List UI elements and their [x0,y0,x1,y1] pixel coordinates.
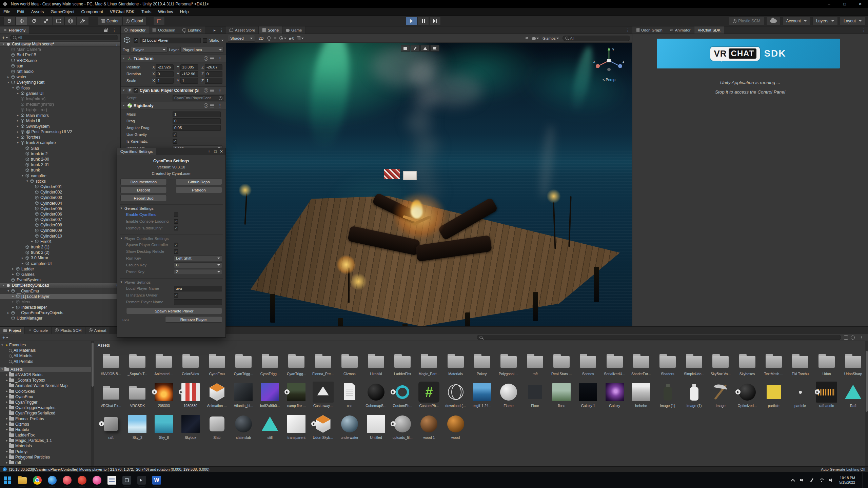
hierarchy-item-cylinder005[interactable]: Cylinder005 [0,206,120,211]
tab-inspector[interactable]: Inspector [121,26,149,34]
asset-item-particle[interactable]: particle [787,381,813,413]
grid-visibility-dropdown[interactable] [297,36,304,40]
expand-arrow-icon[interactable]: ► [11,295,15,298]
folder-hirabiki[interactable]: ►Hirabiki [0,427,94,432]
hierarchy-item-trunk-2-01[interactable]: trunk 2-01 [0,162,120,167]
asset-item-customph-[interactable]: CustomPh... [389,381,416,413]
folder-cyantrigger[interactable]: ►CyanTrigger [0,400,94,405]
setting-checkbox[interactable] [174,243,178,247]
asset-item-shaders[interactable]: Shaders [654,349,681,381]
drag-field[interactable]: 0 [173,118,221,124]
shading-mode-dropdown[interactable]: Shaded [228,35,255,42]
asset-item-wood[interactable]: wood [442,413,469,445]
grid-snap-button[interactable] [153,17,165,25]
asset-item-underwater[interactable]: underwater [336,413,363,445]
expand-arrow-icon[interactable]: ► [16,130,20,134]
is-kinematic-checkbox[interactable] [173,139,177,144]
taskbar-app-red-icon[interactable] [75,472,90,488]
folder-materials[interactable]: Materials [0,443,94,449]
expand-arrow-icon[interactable]: ▼ [16,141,20,144]
help-icon[interactable] [204,88,208,93]
tag-dropdown[interactable]: Player [131,47,167,53]
github-repo-button[interactable]: Github Repo [176,179,222,185]
asset-item-hirabiki[interactable]: Hirabiki [363,349,389,381]
network-icon[interactable] [819,478,824,483]
asset-item-cyantrigg-[interactable]: CyanTrigg... [257,349,283,381]
menu-assets[interactable]: Assets [28,8,47,16]
asset-item-gizmos[interactable]: Gizmos [336,349,363,381]
asset-item-vrchat-ex-[interactable]: VRChat Ex... [98,381,124,413]
taskbar-dark-app-icon[interactable] [119,472,134,488]
account-dropdown[interactable]: Account [783,17,810,25]
hierarchy-item-main-mirrors[interactable]: ►Main mirrors [0,113,120,118]
expand-arrow-icon[interactable]: ▼ [20,174,25,177]
gameobject-name-field[interactable]: [1] Local Player [140,38,201,43]
taskbar-start-icon[interactable] [0,472,15,488]
hierarchy-item-udonmanager[interactable]: UdonManager [0,316,120,321]
play-badge-icon[interactable] [735,389,741,394]
position-y-field[interactable]: 13.385 [180,64,198,70]
hierarchy-item-interacthelper[interactable]: ►InteractHelper [0,305,120,310]
folder-ladderfbx[interactable]: LadderFbx [0,432,94,438]
active-checkbox[interactable] [134,38,138,43]
scene-header-dontdestroyonload[interactable]: ▼DontDestroyOnLoad⋮ [0,283,120,288]
expand-arrow-icon[interactable]: ► [5,373,9,377]
expand-arrow-icon[interactable]: ► [11,273,15,276]
asset-item-colorskies[interactable]: ColorSkies [177,349,204,381]
overlay-shape-button[interactable] [420,45,430,52]
asset-item-cyantrigg-[interactable]: CyanTrigg... [230,349,257,381]
expand-arrow-icon[interactable]: ▼ [0,344,4,347]
asset-item-image-1-[interactable]: image (1) [681,381,707,413]
asset-item-raft[interactable]: raft [98,413,124,445]
asset-item-cyanemu[interactable]: CyanEmu [204,349,230,381]
menu-window[interactable]: Window [155,8,176,16]
folder-polygonal-particles[interactable]: ►Polygonal Particles [0,454,94,460]
hierarchy-item-medium-mirror-[interactable]: medium(mirror) [0,102,120,107]
overlay-brush-button[interactable] [411,45,420,52]
expand-arrow-icon[interactable]: ► [5,423,9,426]
hierarchy-item-campfire[interactable]: ▼campfire [0,173,120,179]
component-menu-icon[interactable]: ⋮ [216,88,224,93]
favorite-all-materials[interactable]: All Materials [0,348,94,353]
expand-arrow-icon[interactable]: ▼ [1,43,6,46]
hierarchy-item-trunk-2-00[interactable]: trunk 2-00 [0,157,120,162]
hierarchy-item-cylinder003[interactable]: Cylinder003 [0,195,120,200]
hierarchy-item-trunk[interactable]: trunk [0,167,120,173]
asset-item-simpleudo-[interactable]: SimpleUdo... [681,349,707,381]
tray-expand-icon[interactable] [790,478,795,483]
asset-item-uploads-fil-[interactable]: uploads_fil... [389,413,416,445]
scale-z-field[interactable]: 1 [205,78,222,84]
hierarchy-item--cyanemu[interactable]: ▼__CyanEmu [0,288,120,293]
hierarchy-item-cylinder004[interactable]: Cylinder004 [0,200,120,206]
scale-tool-button[interactable] [40,17,52,25]
expand-arrow-icon[interactable]: ► [20,257,25,260]
overlay-flag-button[interactable] [430,45,439,52]
asset-item-skybox[interactable]: Skybox [177,413,204,445]
taskbar-app-pink-icon[interactable] [90,472,104,488]
hierarchy-item-cylinder006[interactable]: Cylinder006 [0,211,120,217]
taskbar-word-icon[interactable] [149,472,164,488]
rotation-z-field[interactable]: 0 [205,71,222,77]
minimize-button[interactable]: – [821,0,837,8]
scale-x-field[interactable]: 1 [156,78,174,84]
static-checkbox[interactable] [203,38,207,43]
setting-checkbox[interactable] [174,249,178,254]
hierarchy-item-games[interactable]: ►Games [0,272,120,277]
setting-checkbox[interactable] [174,219,178,224]
expand-arrow-icon[interactable]: ▼ [11,86,15,89]
tab-project[interactable]: Project [0,327,25,334]
chevron-down-icon[interactable] [221,40,224,42]
hierarchy-item-cylinder009[interactable]: Cylinder009 [0,228,120,233]
hierarchy-item--cyanemuproxyobjects[interactable]: ►__CyanEmuProxyObjects [0,310,120,316]
2d-toggle[interactable]: 2D [257,36,265,40]
tab-asset-store[interactable]: Asset Store [226,26,259,34]
asset-item-download-[interactable]: download (... [442,381,469,413]
expand-arrow-icon[interactable]: ► [5,390,9,393]
maximize-icon[interactable]: □ [214,149,217,154]
component-menu-icon[interactable]: ⋮ [216,103,224,108]
section-foldout[interactable]: ▼General Settings [120,205,223,211]
play-badge-icon[interactable] [99,421,104,426]
scene-menu-icon[interactable]: ⋮ [115,42,119,46]
tab-udon-graph[interactable]: Udon Graph [632,26,666,34]
scale-y-field[interactable]: 1 [180,78,198,84]
